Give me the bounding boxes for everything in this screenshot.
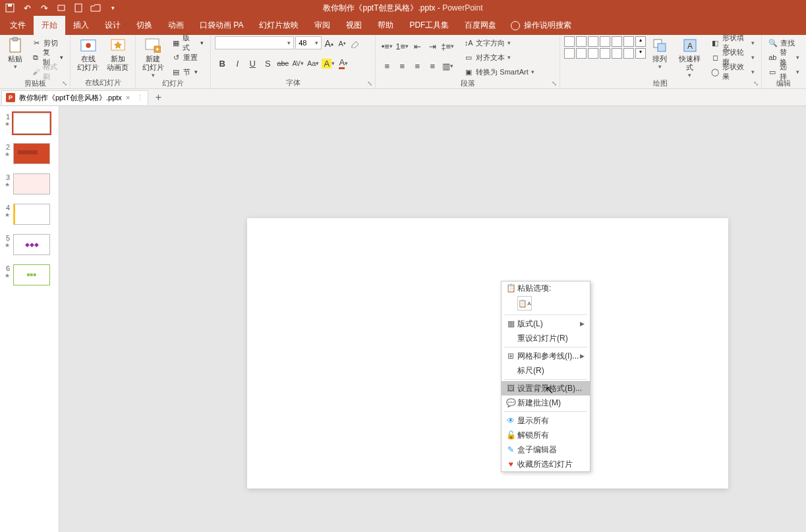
align-right-button[interactable]: ≡ — [410, 59, 424, 73]
align-center-button[interactable]: ≡ — [395, 59, 409, 73]
add-document-tab-button[interactable]: + — [151, 90, 165, 105]
drawing-launcher[interactable]: ⤡ — [752, 79, 760, 87]
layout-icon: ▦ — [504, 319, 517, 328]
brush-icon: 🖌 — [32, 67, 40, 76]
thumbnail-6[interactable]: 6★ — [0, 263, 59, 293]
replace-icon: ab — [768, 53, 777, 62]
save-button[interactable] — [4, 2, 16, 14]
font-color-button[interactable]: A▾ — [336, 56, 351, 71]
tab-file[interactable]: 文件 — [2, 16, 34, 35]
ctx-item-layout[interactable]: ▦ 版式(L) ▶ — [502, 316, 590, 331]
svg-rect-5 — [13, 38, 18, 41]
smartart-button[interactable]: ▣转换为 SmartArt▾ — [461, 65, 536, 78]
tab-home[interactable]: 开始 — [34, 16, 65, 35]
tab-slideshow[interactable]: 幻灯片放映 — [251, 16, 306, 35]
ctx-item-ruler[interactable]: 标尺(R) — [502, 363, 590, 378]
smartart-icon: ▣ — [464, 67, 473, 76]
layout-button[interactable]: ▦版式▾ — [169, 36, 206, 49]
underline-button[interactable]: U — [245, 56, 260, 71]
tab-pdf-tools[interactable]: PDF工具集 — [401, 16, 457, 35]
document-tab-active[interactable]: P 教你制作《pptT创意风格》.pptx × ⋮ — [1, 90, 148, 105]
clipboard-launcher[interactable]: ⤡ — [61, 79, 69, 87]
bulb-icon — [511, 21, 520, 30]
tab-view[interactable]: 视图 — [338, 16, 370, 35]
tab-help[interactable]: 帮助 — [370, 16, 401, 35]
ctx-item-unlock-all[interactable]: 🔓 解锁所有 — [502, 428, 590, 442]
tab-design[interactable]: 设计 — [97, 16, 129, 35]
tab-animations[interactable]: 动画 — [160, 16, 192, 35]
thumbnail-2[interactable]: 2★ — [0, 142, 59, 172]
shapes-gallery[interactable]: ▴ ▾ — [564, 36, 646, 59]
tab-review[interactable]: 审阅 — [306, 16, 338, 35]
ctx-item-reset-slide[interactable]: 重设幻灯片(R) — [502, 331, 590, 345]
undo-button[interactable]: ↶ — [21, 2, 33, 14]
thumbnail-3[interactable]: 3★ — [0, 172, 59, 202]
arrange-button[interactable]: 排列▾ — [648, 36, 671, 71]
paragraph-launcher[interactable]: ⤡ — [550, 79, 558, 87]
italic-button[interactable]: I — [230, 56, 245, 71]
grow-font-button[interactable]: A▴ — [323, 36, 335, 51]
ctx-item-new-comment[interactable]: 💬 新建批注(M) — [502, 396, 590, 410]
bold-button[interactable]: B — [215, 56, 229, 71]
font-name-combo[interactable]: ▾ — [215, 36, 294, 49]
text-direction-button[interactable]: ↕A文字方向▾ — [461, 36, 536, 49]
ctx-paste-options-row: 📋A — [502, 295, 590, 313]
ctx-item-show-all[interactable]: 👁 显示所有 — [502, 413, 590, 428]
quick-styles-button[interactable]: A 快速样式▾ — [674, 36, 706, 80]
tell-me-search[interactable]: 操作说明搜索 — [504, 16, 578, 35]
reset-button[interactable]: ↺重置 — [169, 51, 206, 64]
tab-insert[interactable]: 插入 — [65, 16, 97, 35]
ctx-item-collect-slide[interactable]: ♥ 收藏所选幻灯片 — [502, 457, 590, 471]
tab-baidu[interactable]: 百度网盘 — [457, 16, 504, 35]
increase-indent-button[interactable]: ⇥ — [425, 39, 440, 53]
shrink-font-button[interactable]: A▾ — [336, 36, 348, 51]
slide-thumbnail-panel: 1★ 2★ 3★ 4★ 5★ 6★ — [0, 106, 59, 532]
shadow-button[interactable]: S — [260, 56, 275, 71]
thumbnail-5[interactable]: 5★ — [0, 233, 59, 263]
online-slides-button[interactable]: 在线 幻灯片 — [74, 36, 101, 73]
svg-rect-1 — [8, 4, 12, 7]
numbering-button[interactable]: 1≡▾ — [395, 39, 409, 53]
font-launcher[interactable]: ⤡ — [366, 79, 374, 87]
open-button[interactable] — [90, 2, 101, 14]
shape-effects-button[interactable]: ◯形状效果▾ — [708, 65, 757, 78]
current-slide[interactable] — [247, 218, 728, 488]
char-spacing-button[interactable]: AV▾ — [291, 56, 305, 71]
section-icon: ▤ — [171, 67, 181, 76]
section-button[interactable]: ▤节▾ — [169, 65, 206, 78]
new-slide-button[interactable]: ✦ 新建 幻灯片 ▾ — [140, 36, 166, 80]
title-filename: 教你制作《pptT创意风格》.pptx — [323, 3, 435, 13]
select-button[interactable]: ▭选择▾ — [766, 65, 802, 78]
qat-item-2[interactable] — [72, 2, 84, 14]
qat-item-1[interactable] — [55, 2, 67, 14]
clear-format-button[interactable] — [349, 36, 361, 51]
change-case-button[interactable]: Aa▾ — [306, 56, 320, 71]
ribbon-tabs: 文件 开始 插入 设计 切换 动画 口袋动画 PA 幻灯片放映 审阅 视图 帮助… — [0, 16, 806, 35]
separator — [504, 379, 587, 380]
highlight-button[interactable]: A▾ — [321, 56, 335, 71]
ctx-item-box-editor[interactable]: ✎ 盒子编辑器 — [502, 442, 590, 457]
tab-pocket-anim[interactable]: 口袋动画 PA — [192, 16, 251, 35]
tab-transitions[interactable]: 切换 — [129, 16, 160, 35]
bullets-button[interactable]: •≡▾ — [380, 39, 394, 53]
ctx-item-grid-guides[interactable]: ⊞ 网格和参考线(I)... ▶ — [502, 349, 590, 363]
align-text-button[interactable]: ▭对齐文本▾ — [461, 51, 536, 64]
columns-button[interactable]: ▥▾ — [440, 59, 455, 73]
align-left-button[interactable]: ≡ — [380, 59, 394, 73]
paste-button[interactable]: 粘贴 ▾ — [4, 36, 26, 71]
thumbnail-4[interactable]: 4★ — [0, 202, 59, 233]
slide-editing-area[interactable] — [59, 106, 806, 532]
decrease-indent-button[interactable]: ⇤ — [410, 39, 424, 53]
font-size-combo[interactable]: 48▾ — [295, 36, 322, 49]
paste-keep-text-button[interactable]: 📋A — [517, 296, 532, 310]
format-painter-button[interactable]: 🖌格式刷 — [29, 65, 66, 78]
new-anim-page-button[interactable]: 新加 动画页 — [104, 36, 131, 73]
strikethrough-button[interactable]: abc — [275, 56, 290, 71]
thumbnail-1[interactable]: 1★ — [0, 111, 59, 142]
justify-button[interactable]: ≡ — [425, 59, 440, 73]
close-tab-button[interactable]: × — [126, 94, 130, 102]
line-spacing-button[interactable]: ‡≡▾ — [440, 39, 455, 53]
qat-dropdown[interactable]: ▾ — [107, 2, 119, 14]
redo-button[interactable]: ↷ — [38, 2, 50, 14]
ctx-item-format-background[interactable]: 🖼 设置背景格式(B)... — [502, 381, 590, 396]
